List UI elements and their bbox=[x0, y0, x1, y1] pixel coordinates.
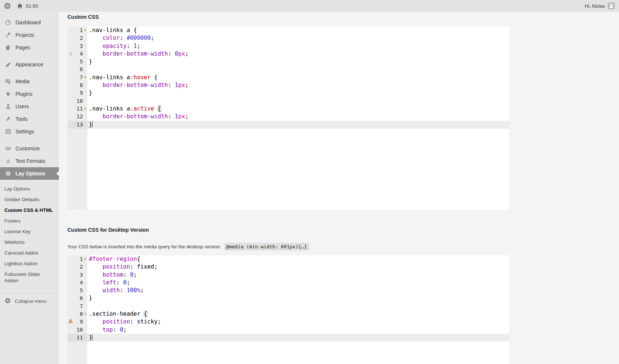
fold-arrow-icon[interactable]: ▼ bbox=[83, 310, 87, 318]
code-text[interactable]: #footer-region{ bbox=[87, 255, 140, 263]
wordpress-logo-icon[interactable]: W bbox=[4, 2, 11, 10]
code-text[interactable]: bottom: 0; bbox=[87, 271, 137, 279]
code-text[interactable]: left: 0; bbox=[87, 279, 130, 287]
code-line[interactable]: 11▼.nav-links a:active { bbox=[67, 105, 509, 113]
collapse-menu-button[interactable]: Collapse menu bbox=[0, 293, 59, 309]
code-text[interactable]: .section-header { bbox=[87, 310, 147, 318]
code-text[interactable]: } bbox=[87, 121, 92, 129]
line-number: 4 bbox=[73, 279, 83, 287]
code-text[interactable]: color: #000000; bbox=[87, 34, 154, 42]
sidebar-item-pages[interactable]: Pages bbox=[0, 41, 59, 54]
code-line[interactable]: 1▼.nav-links a { bbox=[67, 27, 509, 34]
code-line[interactable]: 7▼.nav-links a:hover { bbox=[67, 74, 509, 81]
fold-arrow-icon[interactable]: ▼ bbox=[83, 105, 87, 113]
code-line[interactable]: 8 border-bottom-width: 1px; bbox=[67, 81, 509, 89]
code-line[interactable]: 10 bbox=[67, 97, 509, 105]
site-menu[interactable]: 51-50 bbox=[16, 2, 38, 10]
code-text[interactable] bbox=[87, 97, 89, 105]
line-number: 6 bbox=[73, 66, 83, 73]
code-line[interactable]: 9 position: sticky; bbox=[67, 318, 509, 326]
gutter: 8▼ bbox=[67, 310, 87, 318]
media-query-chip: @media (min-width: 601px){…} bbox=[224, 243, 309, 251]
code-text[interactable]: position: fixed; bbox=[87, 263, 158, 271]
code-text[interactable]: .nav-links a:active { bbox=[87, 105, 161, 113]
code-text[interactable]: position: sticky; bbox=[87, 318, 161, 326]
sidebar-item-appearance[interactable]: Appearance bbox=[0, 58, 59, 71]
line-number: 6 bbox=[73, 294, 83, 302]
submenu-item-carousel-addon[interactable]: Carousel Addon bbox=[0, 248, 59, 258]
gutter: 8 bbox=[67, 81, 87, 89]
fold-arrow-icon[interactable]: ▼ bbox=[83, 74, 87, 81]
code-line[interactable]: 3 bottom: 0; bbox=[67, 271, 509, 279]
site-name: 51-50 bbox=[26, 3, 38, 9]
code-line[interactable]: 1▼#footer-region{ bbox=[67, 255, 509, 263]
submenu-item-license-key[interactable]: License Key bbox=[0, 226, 59, 237]
sidebar-item-media[interactable]: Media bbox=[0, 75, 59, 88]
code-line[interactable]: 11} bbox=[67, 334, 509, 342]
sidebar-item-plugins[interactable]: Plugins bbox=[0, 88, 59, 100]
code-line[interactable]: 8▼.section-header { bbox=[67, 310, 509, 318]
submenu-item-footers[interactable]: Footers bbox=[0, 216, 59, 226]
gutter: 6 bbox=[67, 66, 87, 73]
custom-css-desktop-editor[interactable]: 1▼#footer-region{2 position: fixed;3 bot… bbox=[67, 255, 509, 364]
code-line[interactable]: 9} bbox=[67, 89, 509, 97]
fold-arrow-icon[interactable]: ▼ bbox=[83, 255, 87, 263]
code-text[interactable]: border-bottom-width: 0px; bbox=[87, 50, 189, 58]
code-text[interactable]: } bbox=[87, 89, 92, 97]
sidebar-item-dashboard[interactable]: Dashboard bbox=[0, 16, 59, 29]
submenu-item-fullscreen-slider-addon[interactable]: Fullscreen Slider Addon bbox=[0, 269, 59, 286]
sidebar-item-lay-options[interactable]: Lay Options bbox=[0, 167, 59, 180]
gutter: 1▼ bbox=[67, 255, 87, 263]
line-number: 8 bbox=[73, 310, 83, 318]
code-text[interactable] bbox=[87, 66, 89, 73]
submenu-item-lay-options[interactable]: Lay Options bbox=[0, 183, 59, 194]
code-line[interactable]: 4 left: 0; bbox=[67, 279, 509, 287]
code-text[interactable]: width: 100%; bbox=[87, 287, 144, 294]
sidebar-item-text-formats[interactable]: AText Formats bbox=[0, 155, 59, 167]
code-text[interactable]: border-bottom-width: 1px; bbox=[87, 113, 189, 120]
code-line[interactable]: 13} bbox=[67, 121, 509, 129]
code-line[interactable]: 12 border-bottom-width: 1px; bbox=[67, 113, 509, 120]
sidebar-item-tools[interactable]: Tools bbox=[0, 113, 59, 125]
code-line[interactable]: 5} bbox=[67, 58, 509, 66]
fold-arrow-icon[interactable]: ▼ bbox=[83, 27, 87, 34]
code-line[interactable]: 6 bbox=[67, 66, 509, 73]
line-number: 9 bbox=[73, 89, 83, 97]
code-line[interactable]: 10 top: 0; bbox=[67, 326, 509, 334]
gutter: 11▼ bbox=[67, 105, 87, 113]
submenu-item-webfonts[interactable]: Webfonts bbox=[0, 237, 59, 248]
code-text[interactable]: } bbox=[87, 58, 92, 66]
code-line[interactable]: 7 bbox=[67, 302, 509, 310]
submenu-item-custom-css-html[interactable]: Custom CSS & HTML bbox=[0, 205, 59, 216]
code-line[interactable]: 2 color: #000000; bbox=[67, 34, 509, 42]
sidebar-item-settings[interactable]: Settings bbox=[0, 125, 59, 138]
line-number: 3 bbox=[73, 271, 83, 279]
code-line[interactable]: i4 border-bottom-width: 0px; bbox=[67, 50, 509, 58]
gutter: 2 bbox=[67, 263, 87, 271]
lay-options-submenu: Lay OptionsGridder DefaultsCustom CSS & … bbox=[0, 180, 59, 287]
user-greeting[interactable]: Hi, Niclas bbox=[585, 3, 605, 9]
sidebar-item-label: Projects bbox=[15, 32, 34, 38]
custom-css-editor[interactable]: 1▼.nav-links a {2 color: #000000;3 opaci… bbox=[67, 27, 509, 210]
sidebar-item-users[interactable]: Users bbox=[0, 100, 59, 113]
code-line[interactable]: 6} bbox=[67, 294, 509, 302]
code-text[interactable]: .nav-links a { bbox=[87, 27, 137, 34]
code-text[interactable]: border-bottom-width: 1px; bbox=[87, 81, 189, 89]
code-text[interactable]: .nav-links a:hover { bbox=[87, 74, 158, 81]
code-text[interactable]: top: 0; bbox=[87, 326, 127, 334]
code-text[interactable]: } bbox=[87, 294, 92, 302]
code-line[interactable]: 2 position: fixed; bbox=[67, 263, 509, 271]
sidebar-item-label: Pages bbox=[15, 45, 30, 50]
code-text[interactable] bbox=[87, 302, 89, 310]
sidebar-item-projects[interactable]: Projects bbox=[0, 29, 59, 41]
code-text[interactable]: opacity: 1; bbox=[87, 42, 140, 50]
code-line[interactable]: 5 width: 100%; bbox=[67, 287, 509, 294]
submenu-item-lightbox-addon[interactable]: Lightbox Addon bbox=[0, 258, 59, 269]
code-text[interactable]: } bbox=[87, 334, 92, 342]
submenu-item-gridder-defaults[interactable]: Gridder Defaults bbox=[0, 194, 59, 205]
settings-icon bbox=[4, 128, 12, 135]
code-line[interactable]: 3 opacity: 1; bbox=[67, 42, 509, 50]
avatar[interactable] bbox=[608, 3, 615, 9]
svg-text:W: W bbox=[6, 4, 10, 8]
sidebar-item-customize[interactable]: Customize bbox=[0, 142, 59, 155]
